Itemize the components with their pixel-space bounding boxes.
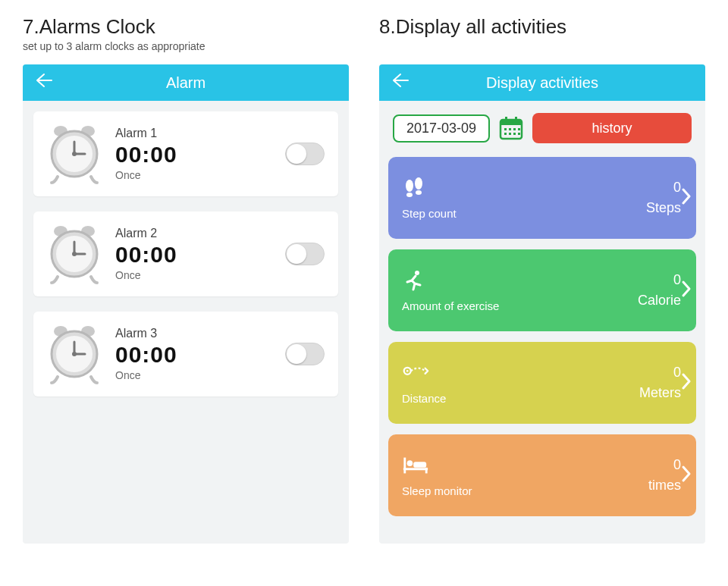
back-icon[interactable]	[391, 73, 410, 92]
svg-point-39	[406, 369, 409, 371]
activity-card[interactable]: Amount of exercise 0 Calorie	[388, 249, 696, 331]
activity-card[interactable]: Distance 0 Meters	[388, 342, 696, 424]
alarm-card[interactable]: Alarm 2 00:00 Once	[33, 212, 338, 296]
alarm-toggle[interactable]	[285, 243, 325, 265]
svg-point-35	[415, 177, 422, 190]
activities-appbar: Display activities	[379, 64, 705, 101]
svg-point-6	[72, 152, 77, 156]
alarm-clock-icon	[47, 324, 102, 384]
activity-label: Sleep monitor	[402, 484, 648, 497]
svg-rect-26	[509, 128, 511, 130]
chevron-right-icon	[681, 280, 692, 301]
activity-unit: Calorie	[638, 293, 681, 309]
svg-rect-27	[513, 128, 516, 130]
svg-point-33	[406, 180, 413, 192]
svg-rect-30	[509, 133, 511, 135]
svg-rect-24	[515, 117, 517, 121]
alarm-toggle[interactable]	[285, 343, 325, 365]
route-icon	[402, 362, 429, 384]
back-icon[interactable]	[35, 73, 53, 92]
alarm-screen: Alarm Alarm 1 00:00 Once Alarm 2 00:0	[23, 64, 349, 544]
alarm-name: Alarm 1	[115, 127, 271, 140]
section-8-subtitle	[379, 40, 705, 54]
date-picker[interactable]: 2017-03-09	[393, 114, 490, 143]
alarm-repeat: Once	[115, 169, 271, 181]
alarm-appbar-title: Alarm	[23, 74, 349, 92]
activity-card[interactable]: Step count 0 Steps	[388, 157, 696, 239]
alarm-appbar: Alarm	[23, 64, 349, 101]
alarm-toggle[interactable]	[285, 143, 325, 165]
activity-unit: Meters	[639, 385, 681, 401]
history-button[interactable]: history	[532, 113, 692, 143]
svg-point-20	[72, 352, 77, 356]
bed-icon	[402, 454, 429, 477]
alarm-name: Alarm 2	[115, 227, 271, 240]
activity-value: 0	[673, 457, 681, 473]
alarm-clock-icon	[47, 124, 102, 184]
svg-rect-23	[505, 117, 507, 121]
alarm-repeat: Once	[115, 369, 271, 381]
activity-unit: Steps	[646, 200, 681, 216]
svg-rect-32	[518, 133, 520, 135]
activity-unit: times	[648, 478, 681, 494]
chevron-right-icon	[681, 187, 692, 208]
activities-appbar-title: Display activities	[379, 74, 705, 92]
alarm-clock-icon	[47, 224, 102, 284]
alarm-card[interactable]: Alarm 1 00:00 Once	[33, 111, 338, 196]
svg-rect-42	[413, 462, 426, 468]
alarm-time: 00:00	[115, 342, 271, 368]
svg-rect-31	[513, 133, 516, 135]
chevron-right-icon	[681, 465, 692, 486]
activity-value: 0	[673, 180, 681, 196]
calendar-icon[interactable]	[497, 114, 525, 142]
activity-value: 0	[673, 272, 681, 288]
svg-point-34	[406, 193, 413, 197]
alarm-name: Alarm 3	[115, 327, 271, 340]
alarm-repeat: Once	[115, 269, 271, 281]
alarm-card[interactable]: Alarm 3 00:00 Once	[33, 312, 338, 396]
svg-point-13	[72, 252, 77, 256]
svg-rect-28	[518, 128, 520, 130]
chevron-right-icon	[681, 372, 692, 393]
svg-rect-25	[504, 128, 507, 130]
svg-point-36	[416, 190, 422, 195]
section-8-title: 8.Display all activities	[379, 15, 705, 39]
section-7-subtitle: set up to 3 alarm clocks as appropriate	[23, 40, 349, 54]
svg-rect-22	[500, 120, 522, 125]
activity-value: 0	[673, 365, 681, 381]
activity-card[interactable]: Sleep monitor 0 times	[388, 434, 696, 516]
activity-label: Amount of exercise	[402, 299, 638, 312]
svg-rect-29	[504, 133, 507, 135]
activities-screen: Display activities 2017-03-09	[379, 64, 705, 544]
alarm-time: 00:00	[115, 142, 271, 168]
svg-point-41	[407, 460, 413, 466]
runner-icon	[402, 269, 429, 292]
alarm-time: 00:00	[115, 242, 271, 268]
activity-label: Distance	[402, 392, 639, 405]
footprints-icon	[402, 177, 429, 199]
activity-label: Step count	[402, 207, 646, 220]
section-7-title: 7.Alarms Clock	[23, 15, 349, 39]
svg-point-37	[415, 271, 419, 275]
